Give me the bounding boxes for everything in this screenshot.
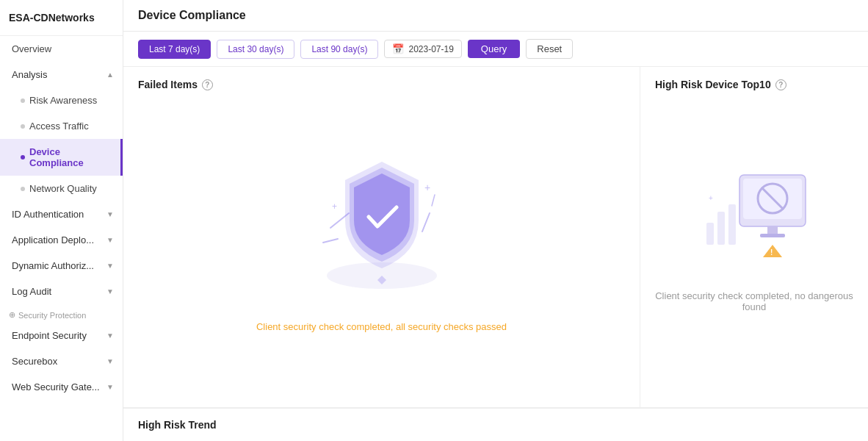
bottom-panel: High Risk Trend <box>123 408 868 441</box>
last30-button[interactable]: Last 30 day(s) <box>217 40 294 59</box>
last7-button[interactable]: Last 7 day(s) <box>138 40 211 59</box>
failed-items-title: Failed Items ? <box>138 79 625 90</box>
chevron-up-icon: ▲ <box>106 71 114 79</box>
sidebar-item-dynamic-authoriz[interactable]: Dynamic Authoriz... ▼ <box>0 253 123 279</box>
shield-illustration: + + <box>308 140 455 304</box>
sidebar-item-id-authentication[interactable]: ID Authentication ▼ <box>0 201 123 227</box>
monitor-illustration: + + ! <box>695 160 813 273</box>
panels-row: Failed Items ? <box>123 67 868 408</box>
high-risk-message: Client security check completed, no dang… <box>655 290 853 312</box>
sidebar-item-label: Network Quality <box>29 183 97 194</box>
sidebar-item-label: Access Traffic <box>29 121 89 132</box>
dot-icon <box>21 187 25 191</box>
svg-text:+: + <box>424 182 430 193</box>
chevron-down-icon: ▼ <box>106 236 114 244</box>
svg-text:+: + <box>709 194 713 202</box>
sidebar-item-label: Analysis <box>12 69 47 80</box>
svg-line-3 <box>422 213 430 232</box>
svg-rect-9 <box>717 212 725 245</box>
chevron-down-icon: ▼ <box>106 287 114 295</box>
page-title: Device Compliance <box>123 0 868 32</box>
high-risk-title: High Risk Device Top10 ? <box>655 79 853 90</box>
dot-icon <box>21 124 25 129</box>
sidebar-item-label: ID Authentication <box>12 209 84 220</box>
chevron-down-icon: ▼ <box>106 383 114 391</box>
dot-icon <box>21 98 25 103</box>
sidebar: ESA-CDNetworks Overview Analysis ▲ Risk … <box>0 0 123 441</box>
sidebar-item-overview[interactable]: Overview <box>0 36 123 62</box>
reset-button[interactable]: Reset <box>526 39 573 59</box>
sidebar-item-application-deplo[interactable]: Application Deplo... ▼ <box>0 227 123 253</box>
sidebar-item-label: Device Compliance <box>29 146 112 168</box>
security-section-label: ⊕ Security Protection <box>0 304 123 323</box>
toolbar: Last 7 day(s) Last 30 day(s) Last 90 day… <box>123 32 868 67</box>
chevron-down-icon: ▼ <box>106 262 114 270</box>
sidebar-item-log-audit[interactable]: Log Audit ▼ <box>0 279 123 304</box>
sidebar-item-label: Web Security Gate... <box>12 381 100 392</box>
last90-button[interactable]: Last 90 day(s) <box>300 40 378 59</box>
sidebar-item-network-quality[interactable]: Network Quality <box>0 176 123 201</box>
help-icon[interactable]: ? <box>202 79 213 90</box>
dot-icon <box>21 155 25 159</box>
failed-items-empty: + + Client security check comple <box>138 96 625 376</box>
sidebar-item-endpoint-security[interactable]: Endpoint Security ▼ <box>0 323 123 348</box>
sidebar-item-label: Dynamic Authoriz... <box>12 260 94 271</box>
content-area: Failed Items ? <box>123 67 868 441</box>
chevron-down-icon: ▼ <box>106 331 114 340</box>
sidebar-item-label: Log Audit <box>12 286 51 297</box>
sidebar-item-label: Securebox <box>12 356 57 367</box>
svg-text:+: + <box>332 201 337 212</box>
sidebar-item-web-security-gate[interactable]: Web Security Gate... ▼ <box>0 374 123 400</box>
sidebar-item-securebox[interactable]: Securebox ▼ <box>0 348 123 374</box>
shield-icon: ⊕ <box>9 310 15 320</box>
chevron-down-icon: ▼ <box>106 210 114 218</box>
high-risk-empty: + + ! <box>655 96 853 376</box>
sidebar-item-label: Risk Awareness <box>29 95 97 106</box>
date-input[interactable]: 📅 2023-07-19 <box>384 40 461 58</box>
help-icon-right[interactable]: ? <box>775 79 786 90</box>
svg-rect-18 <box>760 234 785 237</box>
sidebar-item-label: Endpoint Security <box>12 330 87 341</box>
main-content: Device Compliance Last 7 day(s) Last 30 … <box>123 0 868 441</box>
sidebar-item-label: Application Deplo... <box>12 234 94 245</box>
svg-rect-8 <box>706 223 714 245</box>
high-risk-panel: High Risk Device Top10 ? + + <box>640 67 868 407</box>
calendar-icon: 📅 <box>392 43 404 54</box>
date-value: 2023-07-19 <box>408 44 453 54</box>
failed-items-message: Client security check completed, all sec… <box>256 321 507 332</box>
failed-items-panel: Failed Items ? <box>123 67 640 407</box>
sidebar-item-access-traffic[interactable]: Access Traffic <box>0 113 123 139</box>
query-button[interactable]: Query <box>468 40 520 58</box>
sidebar-item-analysis[interactable]: Analysis ▲ <box>0 62 123 87</box>
svg-rect-10 <box>728 204 736 245</box>
app-logo: ESA-CDNetworks <box>0 0 123 36</box>
sidebar-item-risk-awareness[interactable]: Risk Awareness <box>0 87 123 113</box>
chevron-down-icon: ▼ <box>106 357 114 365</box>
svg-line-2 <box>323 239 338 243</box>
high-risk-trend-title: High Risk Trend <box>138 419 853 431</box>
svg-line-4 <box>432 195 435 206</box>
sidebar-item-label: Overview <box>12 43 51 54</box>
svg-text:!: ! <box>770 248 773 257</box>
sidebar-item-device-compliance[interactable]: Device Compliance <box>0 139 123 176</box>
